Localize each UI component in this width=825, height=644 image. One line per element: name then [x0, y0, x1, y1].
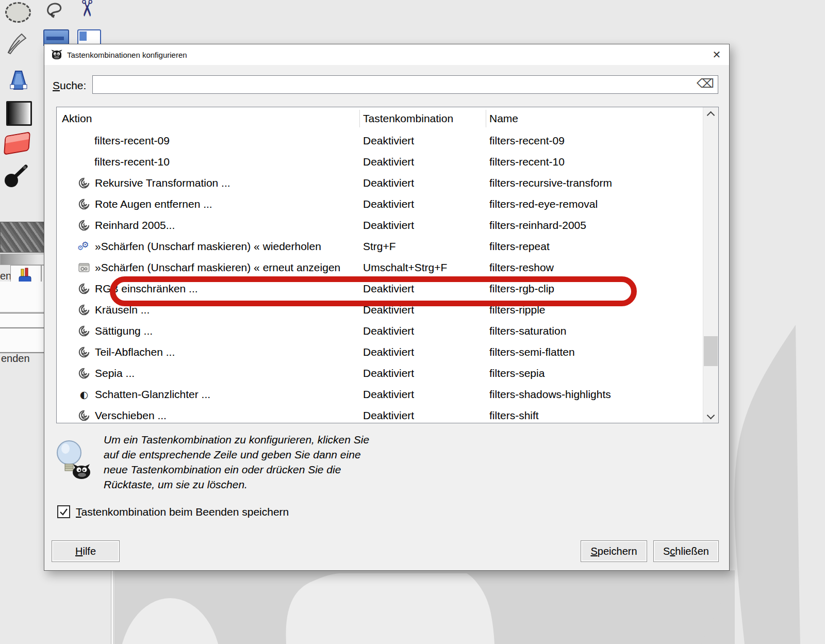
name-cell: filters-red-eye-removal	[489, 198, 703, 210]
name-cell: filters-recursive-transform	[489, 177, 703, 189]
help-button[interactable]: Hilfe	[52, 540, 120, 562]
table-row-filters-repeat[interactable]: ⚙⚙ »Schärfen (Unscharf maskieren) « wied…	[57, 236, 703, 257]
reshow-filter-icon	[78, 261, 90, 274]
table-row[interactable]: Rekursive Transformation ... Deaktiviert…	[57, 172, 703, 193]
table-row[interactable]: Sepia ... Deaktiviert filters-sepia	[57, 362, 703, 384]
dialog-title: Tastenkombinationen konfigurieren	[67, 51, 187, 59]
gradient-swatch[interactable]	[0, 254, 48, 265]
column-separator[interactable]	[486, 110, 486, 127]
gegl-spiral-icon	[78, 198, 90, 210]
action-cell: filters-recent-10	[57, 156, 363, 168]
action-cell: Teil-Abflachen ...	[57, 346, 363, 358]
gegl-spiral-icon	[78, 367, 90, 379]
help-text: Um ein Tastenkombination zu konfiguriere…	[104, 432, 369, 492]
table-row[interactable]: Kräuseln ... Deaktiviert filters-ripple	[57, 299, 703, 320]
panel-area	[0, 313, 44, 327]
close-icon[interactable]: ✕	[704, 44, 729, 65]
table-row[interactable]: filters-recent-10 Deaktiviert filters-re…	[57, 151, 703, 172]
name-cell: filters-rgb-clip	[489, 283, 703, 295]
chevron-down-icon	[707, 411, 715, 419]
ink-tool-icon[interactable]	[4, 30, 29, 56]
shortcut-cell: Deaktiviert	[363, 367, 489, 379]
panel-area	[0, 328, 44, 352]
gegl-spiral-icon	[78, 346, 90, 358]
scroll-down-button[interactable]	[703, 409, 718, 423]
shortcut-cell: Deaktiviert	[363, 388, 489, 401]
table-body: filters-recent-09 Deaktiviert filters-re…	[57, 130, 703, 423]
checkbox-label[interactable]: Tastenkombination beim Beenden speichern	[76, 506, 289, 518]
shortcut-cell: Deaktiviert	[363, 409, 489, 422]
clear-search-icon[interactable]: ⌫	[697, 77, 714, 90]
pattern-swatch[interactable]	[0, 222, 48, 253]
name-cell: filters-semi-flatten	[489, 346, 703, 358]
action-cell: Reinhard 2005...	[57, 219, 363, 232]
column-header-name[interactable]: Name	[489, 112, 718, 125]
shortcut-cell: Deaktiviert	[363, 325, 489, 337]
table-row[interactable]: Verschieben ... Deaktiviert filters-shif…	[57, 405, 703, 423]
save-on-exit-checkbox-row[interactable]: Tastenkombination beim Beenden speichern	[57, 505, 289, 518]
gegl-spiral-icon	[78, 325, 90, 337]
dialog-titlebar[interactable]: Tastenkombinationen konfigurieren ✕	[44, 44, 729, 65]
name-cell: filters-reshow	[489, 261, 703, 274]
action-cell: »Schärfen (Unscharf maskieren) « erneut …	[57, 261, 363, 274]
gradient-tool-icon[interactable]	[6, 101, 32, 126]
button-label-fragment: enden	[1, 353, 30, 365]
free-select-lasso-icon[interactable]	[44, 0, 67, 20]
action-cell: ⚙⚙ »Schärfen (Unscharf maskieren) « wied…	[57, 240, 363, 253]
scissors-select-tool-icon[interactable]: ✂	[75, 0, 98, 18]
shortcut-cell: Deaktiviert	[363, 135, 489, 147]
name-cell: filters-shift	[489, 409, 703, 422]
perspective-tool-icon[interactable]	[5, 65, 31, 93]
scrollbar-thumb[interactable]	[704, 336, 718, 366]
search-label: Suche:	[53, 79, 86, 92]
name-cell: filters-reinhard-2005	[489, 219, 703, 232]
table-header[interactable]: Aktion Tastenkombination Name	[57, 107, 718, 130]
table-row[interactable]: RGB einschränken ... Deaktiviert filters…	[57, 278, 703, 299]
shortcut-cell: Umschalt+Strg+F	[363, 261, 489, 274]
desktop: ✂ en enden	[0, 0, 825, 644]
column-header-aktion[interactable]: Aktion	[57, 112, 363, 125]
window-edge	[111, 570, 114, 644]
gegl-spiral-icon	[78, 283, 90, 295]
table-row[interactable]: ◐ Schatten-Glanzlichter ... Deaktiviert …	[57, 384, 703, 405]
action-cell: Sepia ...	[57, 367, 363, 379]
action-cell: Rote Augen entfernen ...	[57, 198, 363, 210]
gegl-spiral-icon	[78, 409, 90, 422]
save-button[interactable]: Speichern	[581, 540, 647, 562]
chevron-up-icon	[707, 111, 715, 119]
table-row[interactable]: Teil-Abflachen ... Deaktiviert filters-s…	[57, 341, 703, 362]
shortcut-cell: Deaktiviert	[363, 156, 489, 168]
ellipse-select-tool-icon[interactable]	[5, 2, 31, 23]
configure-shortcuts-dialog: Tastenkombinationen konfigurieren ✕ Such…	[44, 44, 730, 571]
search-input[interactable]	[92, 75, 718, 94]
name-cell: filters-shadows-highlights	[489, 388, 703, 401]
table-row[interactable]: filters-recent-09 Deaktiviert filters-re…	[57, 130, 703, 151]
scroll-up-button[interactable]	[703, 107, 718, 121]
action-cell: Sättigung ...	[57, 325, 363, 337]
shortcut-table[interactable]: Aktion Tastenkombination Name filters-re…	[56, 107, 719, 423]
gegl-spiral-icon	[78, 219, 90, 232]
action-cell: Kräuseln ...	[57, 304, 363, 316]
action-cell: ◐ Schatten-Glanzlichter ...	[57, 388, 363, 401]
shortcut-cell: Deaktiviert	[363, 283, 489, 295]
column-separator[interactable]	[359, 110, 360, 127]
name-cell: filters-sepia	[489, 367, 703, 379]
table-row[interactable]: Reinhard 2005... Deaktiviert filters-rei…	[57, 214, 703, 236]
vertical-scrollbar[interactable]	[703, 107, 718, 423]
shortcut-cell: Deaktiviert	[363, 198, 489, 210]
action-cell: RGB einschränken ...	[57, 283, 363, 295]
airbrush-tool-icon[interactable]	[3, 163, 29, 190]
close-button[interactable]: Schließen	[653, 540, 719, 562]
name-cell: filters-saturation	[489, 325, 703, 337]
shortcut-cell: Deaktiviert	[363, 346, 489, 358]
table-row[interactable]: »Schärfen (Unscharf maskieren) « erneut …	[57, 257, 703, 278]
checkbox-checked-icon[interactable]	[57, 505, 70, 518]
name-cell: filters-repeat	[489, 240, 703, 253]
shortcut-cell: Deaktiviert	[363, 219, 489, 232]
gegl-spiral-icon	[78, 304, 90, 316]
column-header-tastenkombination[interactable]: Tastenkombination	[363, 112, 489, 125]
table-row[interactable]: Rote Augen entfernen ... Deaktiviert fil…	[57, 193, 703, 214]
gegl-spiral-icon	[78, 177, 90, 189]
repeat-gears-icon: ⚙⚙	[78, 240, 90, 253]
table-row[interactable]: Sättigung ... Deaktiviert filters-satura…	[57, 320, 703, 341]
